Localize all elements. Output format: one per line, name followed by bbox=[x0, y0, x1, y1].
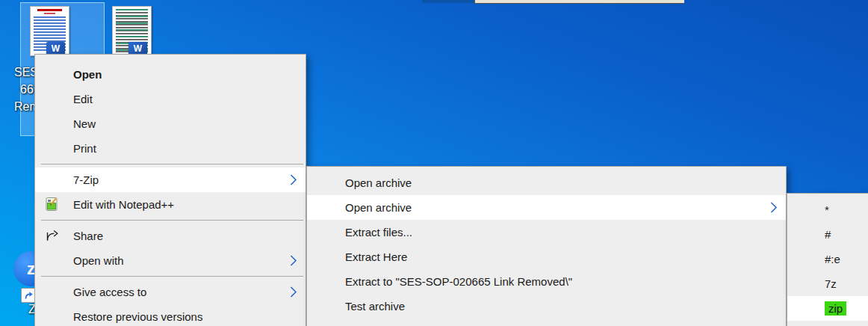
notepad-plus-plus-icon bbox=[45, 197, 60, 212]
menu-item-label: * bbox=[825, 203, 829, 216]
menu-item-open-archive[interactable]: Open archive bbox=[307, 170, 786, 195]
menu-item-label: Give access to bbox=[73, 286, 146, 298]
menu-item-open-with[interactable]: Open with bbox=[35, 248, 306, 273]
menu-item-label: Extract files... bbox=[345, 226, 412, 239]
menu-item-label-highlighted: zip bbox=[825, 301, 846, 316]
shortcut-arrow-icon bbox=[21, 288, 36, 303]
menu-item-label: Open with bbox=[73, 254, 124, 267]
menu-item-label: Restore previous versions bbox=[73, 310, 202, 323]
7zip-submenu: Open archive Open archive Extract files.… bbox=[306, 166, 787, 326]
menu-item-open-archive-as[interactable]: Open archive bbox=[307, 195, 786, 220]
menu-item-test-archive[interactable]: Test archive bbox=[307, 294, 786, 319]
share-icon bbox=[45, 228, 60, 243]
menu-item-format-star[interactable]: * bbox=[787, 197, 868, 222]
menu-item-label: Print bbox=[73, 142, 96, 155]
chevron-right-icon bbox=[290, 286, 297, 301]
menu-item-label: # bbox=[825, 228, 831, 241]
menu-item-give-access-to[interactable]: Give access to bbox=[35, 280, 306, 304]
menu-item-add-to-archive[interactable]: Add to archive... bbox=[307, 319, 786, 326]
thumbnail-title-line bbox=[44, 13, 55, 14]
menu-separator bbox=[41, 220, 303, 221]
menu-item-label: New bbox=[73, 117, 96, 130]
menu-separator bbox=[41, 276, 303, 277]
menu-item-label: Edit bbox=[73, 93, 93, 105]
menu-item-format-7z[interactable]: 7z bbox=[787, 271, 868, 296]
context-menu: Open Edit New Print 7-Zip bbox=[34, 54, 306, 326]
menu-item-label: Edit with Notepad++ bbox=[73, 198, 174, 211]
background-window-edge-dark bbox=[422, 0, 474, 3]
menu-item-label: 7z bbox=[825, 277, 837, 290]
menu-item-open[interactable]: Open bbox=[35, 62, 306, 87]
background-window-edge-light bbox=[474, 0, 684, 4]
menu-item-label: Test archive bbox=[345, 300, 405, 313]
desktop: W SES- 66 Rem W z Z Open Edit New Print … bbox=[0, 0, 868, 326]
menu-item-label: Extract to "SES-SOP-020665 Link Removed\… bbox=[345, 275, 572, 288]
menu-item-restore-previous-versions[interactable]: Restore previous versions bbox=[35, 304, 306, 326]
menu-item-format-hash-e[interactable]: #:e bbox=[787, 247, 868, 271]
chevron-right-icon bbox=[770, 201, 778, 216]
menu-item-extract-here[interactable]: Extract Here bbox=[307, 244, 786, 269]
menu-separator bbox=[41, 164, 303, 164]
archive-format-submenu: * # #:e 7z zip bbox=[787, 193, 868, 326]
desktop-icon-label-line2[interactable]: 66 bbox=[20, 83, 34, 96]
menu-item-label: Open bbox=[73, 68, 102, 81]
menu-item-format-hash[interactable]: # bbox=[787, 222, 868, 247]
menu-item-label: Open archive bbox=[345, 176, 412, 189]
menu-item-label: 7-Zip bbox=[73, 173, 99, 186]
menu-item-label: #:e bbox=[825, 253, 840, 265]
menu-item-edit-with-notepadpp[interactable]: Edit with Notepad++ bbox=[35, 192, 306, 217]
menu-item-format-zip[interactable]: zip bbox=[787, 296, 868, 321]
menu-item-label: Share bbox=[73, 230, 103, 242]
chevron-right-icon bbox=[290, 254, 297, 269]
menu-item-share[interactable]: Share bbox=[35, 224, 306, 248]
menu-item-edit[interactable]: Edit bbox=[35, 87, 306, 111]
chevron-right-icon bbox=[290, 173, 297, 188]
menu-item-new[interactable]: New bbox=[35, 111, 306, 136]
menu-item-extract-files[interactable]: Extract files... bbox=[307, 220, 786, 244]
menu-item-label: Open archive bbox=[345, 201, 412, 214]
thumbnail-header-bar bbox=[37, 9, 63, 11]
menu-item-print[interactable]: Print bbox=[35, 136, 306, 161]
menu-item-7zip[interactable]: 7-Zip bbox=[35, 167, 306, 192]
menu-item-extract-to-folder[interactable]: Extract to "SES-SOP-020665 Link Removed\… bbox=[307, 269, 786, 294]
menu-item-label: Extract Here bbox=[345, 250, 407, 263]
